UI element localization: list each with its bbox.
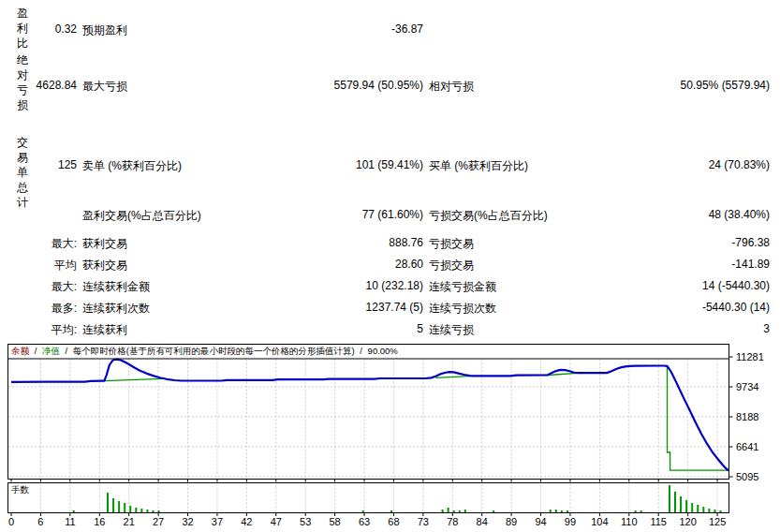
stat-value: 10 (232.18) — [94, 279, 423, 292]
stat-row-drawdown: 4628.84 最大亏损 5579.94 (50.95%) 相对亏损 50.95… — [0, 79, 780, 93]
stat-value: -36.87 — [94, 22, 423, 36]
svg-text:104: 104 — [591, 516, 608, 527]
svg-text:21: 21 — [124, 516, 135, 527]
legend-separator: / — [66, 346, 68, 356]
stat-label-2: 亏损交易 — [429, 258, 474, 273]
stat-value: 101 (59.41%) — [94, 158, 423, 171]
stat-row-positions: 125 卖单 (%获利百分比) 101 (59.41%) 买单 (%获利百分比)… — [0, 158, 780, 172]
svg-text:125: 125 — [709, 516, 726, 527]
svg-text:94: 94 — [535, 516, 546, 527]
strategy-tester-report: 盈利比 绝对亏损 交易单总计 0.32 预期盈利 -36.87 4628.84 … — [0, 0, 780, 532]
stat-value: 888.76 — [94, 236, 423, 249]
svg-text:99: 99 — [565, 516, 576, 527]
stat-value-2: -141.89 — [487, 258, 770, 271]
svg-text:110: 110 — [621, 516, 638, 527]
stat-value-2: -5440.30 (14) — [487, 301, 770, 314]
stat-key-value: 125 — [0, 158, 77, 171]
legend-balance-label: 余额 — [11, 346, 29, 356]
stat-label-2: 亏损交易 — [429, 236, 474, 252]
graph-legend: 余额 / 净值 / 每个即时价格(基于所有可利用的最小时段的每一个价格的分形插值… — [11, 345, 723, 358]
stat-key-value: 最多: — [0, 301, 77, 317]
stat-value: 5 — [94, 322, 423, 335]
stat-value-2: 14 (-5440.30) — [487, 279, 770, 292]
svg-text:73: 73 — [418, 516, 429, 527]
stat-key-value: 0.32 — [0, 22, 77, 36]
svg-text:68: 68 — [388, 516, 399, 527]
stat-row-largest-trade: 最大: 获利交易 888.76 亏损交易 -796.38 — [0, 236, 780, 250]
svg-text:16: 16 — [94, 516, 105, 527]
tester-graph: 0611162127323742475358636873788489949910… — [0, 343, 780, 532]
svg-text:32: 32 — [182, 516, 193, 527]
svg-text:53: 53 — [300, 516, 311, 527]
stat-label-2: 连续亏损 — [429, 322, 474, 338]
svg-text:47: 47 — [271, 516, 282, 527]
stat-label-2: 相对亏损 — [429, 79, 474, 95]
stat-value: 28.60 — [94, 258, 423, 271]
legend-modeling-quality: 90.00% — [368, 346, 398, 356]
stat-value-2: -796.38 — [487, 236, 770, 249]
chart-svg: 0611162127323742475358636873788489949910… — [0, 343, 780, 532]
stat-key-value: 4628.84 — [0, 79, 77, 92]
svg-text:120: 120 — [679, 516, 696, 527]
legend-equity-label: 净值 — [42, 346, 60, 356]
svg-text:8188: 8188 — [736, 411, 758, 422]
stat-row-max-consecutive-count: 最多: 连续获利次数 1237.74 (5) 连续亏损次数 -5440.30 (… — [0, 301, 780, 315]
svg-text:63: 63 — [359, 516, 370, 527]
legend-separator: / — [35, 346, 37, 356]
stat-key-value: 平均: — [0, 322, 77, 338]
stat-value-2: 24 (70.83%) — [487, 158, 770, 171]
stat-row-expected-payoff: 0.32 预期盈利 -36.87 — [0, 22, 780, 37]
section-label-total-trades: 交易单总计 — [17, 135, 30, 210]
svg-text:6: 6 — [37, 516, 43, 527]
stat-row-average-trade: 平均 获利交易 28.60 亏损交易 -141.89 — [0, 258, 780, 272]
svg-text:5095: 5095 — [736, 471, 758, 482]
stat-key-value: 平均 — [0, 258, 77, 273]
stat-value-2: 50.95% (5579.94) — [487, 79, 770, 92]
stat-row-max-consecutive-amount: 最大: 连续获利金额 10 (232.18) 连续亏损金额 14 (-5440.… — [0, 279, 780, 293]
svg-text:27: 27 — [153, 516, 164, 527]
stat-value-2: 3 — [487, 322, 770, 335]
svg-text:42: 42 — [241, 516, 252, 527]
svg-text:9734: 9734 — [736, 381, 758, 392]
svg-text:11281: 11281 — [736, 351, 764, 362]
lots-label: 手数 — [11, 484, 29, 495]
svg-text:58: 58 — [329, 516, 340, 527]
stat-value: 5579.94 (50.95%) — [94, 79, 423, 92]
svg-text:0: 0 — [8, 516, 14, 527]
stat-value-2: 48 (38.40%) — [487, 208, 770, 221]
stat-key-value: 最大: — [0, 236, 77, 252]
stat-row-average-consecutive: 平均: 连续获利 5 连续亏损 3 — [0, 322, 780, 336]
svg-text:84: 84 — [477, 516, 488, 527]
stat-key-value: 最大: — [0, 279, 77, 295]
svg-text:78: 78 — [447, 516, 458, 527]
svg-text:11: 11 — [65, 516, 75, 527]
stat-value: 1237.74 (5) — [94, 301, 423, 314]
stat-row-profit-trades: 盈利交易(%占总百分比) 77 (61.60%) 亏损交易(%占总百分比) 48… — [0, 208, 780, 222]
legend-separator: / — [360, 346, 362, 356]
stat-value: 77 (61.60%) — [94, 208, 423, 221]
svg-text:89: 89 — [506, 516, 517, 527]
svg-text:37: 37 — [212, 516, 223, 527]
svg-text:6641: 6641 — [736, 441, 758, 452]
legend-model-description: 每个即时价格(基于所有可利用的最小时段的每一个价格的分形插值计算) — [73, 346, 355, 356]
svg-text:115: 115 — [650, 516, 667, 527]
